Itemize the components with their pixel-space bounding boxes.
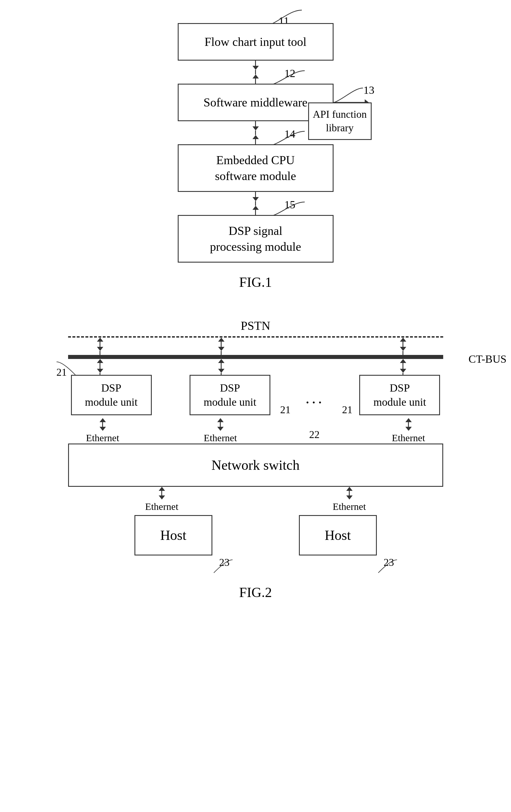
- fig1-label: FIG.1: [97, 274, 414, 290]
- ctbus-label: CT-BUS: [469, 353, 507, 365]
- embedded-cpu-label: Embedded CPU software module: [215, 152, 296, 184]
- eth-label-4: Ethernet: [145, 501, 178, 512]
- arrowdown-pstn-dsp1: [97, 347, 103, 351]
- arrow-up-2: [253, 135, 259, 139]
- label-12: 12: [284, 67, 295, 80]
- dsp-unit-3-box: DSP module unit: [359, 375, 440, 415]
- middleware-row: 12 Software middleware 13 API functi: [126, 84, 386, 121]
- host-unit-1: Host 23: [135, 515, 212, 555]
- eth-5-area: Ethernet: [320, 487, 378, 512]
- pstn-dsp2-conn: [218, 338, 225, 356]
- dsp-units-area: 21 DSP module unit 21 DSP module unit: [68, 359, 443, 415]
- embedded-cpu-row: 14 Embedded CPU software module: [126, 144, 386, 192]
- label-22: 22: [309, 418, 320, 443]
- vline2-top: [255, 121, 256, 126]
- dots-separator: ···: [306, 379, 324, 411]
- ctbus-line: [68, 355, 443, 359]
- fig1-container: 11 Flow chart input tool: [97, 23, 414, 290]
- conn-1-2: [126, 61, 386, 84]
- page: 11 Flow chart input tool: [0, 0, 511, 812]
- arrowup-eth5: [346, 487, 352, 491]
- flow-chart-label: Flow chart input tool: [205, 34, 306, 50]
- dsp-unit-1-box: DSP module unit: [71, 375, 152, 415]
- network-switch-row: Network switch: [68, 443, 443, 487]
- vline2-spacer: [255, 130, 256, 135]
- fig1-diagram: 11 Flow chart input tool: [126, 23, 386, 263]
- eth-label-3: Ethernet: [392, 433, 425, 443]
- dsp-unit-3: 21 DSP module unit: [356, 375, 443, 415]
- label-13: 13: [364, 84, 374, 96]
- vline2-bottom: [255, 139, 256, 144]
- eth-3-area: Ethernet: [380, 418, 437, 443]
- api-box: API function library: [308, 103, 372, 140]
- dsp-unit-2-label: DSP module unit: [204, 381, 256, 409]
- eth-label-1: Ethernet: [86, 433, 119, 443]
- arrowdown-eth1: [100, 427, 106, 431]
- arrow-up-3: [253, 206, 259, 210]
- pstn-dsp1-conn: [97, 338, 103, 356]
- host-box-1: Host: [135, 515, 212, 555]
- host-label-2: Host: [324, 526, 351, 544]
- arrowdown-eth2: [217, 427, 224, 431]
- label-14: 14: [284, 127, 295, 140]
- vline-spacer: [255, 70, 256, 74]
- host-row: Host 23 Host 23: [68, 515, 443, 555]
- dsp-unit-1: 21 DSP module unit: [68, 375, 155, 415]
- arrow-down-2: [253, 126, 259, 130]
- fig2-label: FIG.2: [25, 584, 486, 600]
- vline-top: [255, 61, 256, 66]
- arrowup-pstn-dsp3: [400, 338, 406, 342]
- dsp-unit-2-box: DSP module unit: [190, 375, 271, 415]
- pstn-dsp3-conn: [400, 338, 406, 356]
- software-middleware-label: Software middleware: [203, 95, 307, 111]
- host-label-1: Host: [160, 526, 187, 544]
- eth-label-2: Ethernet: [204, 433, 237, 443]
- fig2-container: PSTN: [25, 319, 486, 600]
- arrowdown-pstn-dsp3: [400, 347, 406, 351]
- arrow-down-3: [253, 197, 259, 201]
- arrowup-eth1: [100, 418, 106, 422]
- arrowdown-pstn-dsp2: [218, 347, 225, 351]
- eth-4-area: Ethernet: [133, 487, 191, 512]
- vline-bottom: [255, 79, 256, 84]
- ethernet-labels-row-1: Ethernet Ethernet 22 Ethernet: [68, 418, 443, 443]
- pstn-label: PSTN: [68, 319, 443, 333]
- dsp-signal-box: DSP signal processing module: [178, 215, 334, 263]
- dsp-signal-label: DSP signal processing module: [210, 223, 301, 255]
- arrowup-eth3: [405, 418, 412, 422]
- arrowdown-eth5: [346, 495, 352, 499]
- arrow-up-1: [253, 75, 259, 79]
- flow-chart-row: 11 Flow chart input tool: [126, 23, 386, 61]
- arrowup-pstn-dsp1: [97, 338, 103, 342]
- vline3-spacer: [255, 201, 256, 205]
- arrowdown-eth4: [159, 495, 165, 499]
- dsp-unit-2: 21 DSP module unit: [187, 375, 273, 415]
- arrow-down-1: [253, 66, 259, 70]
- conn-3-4: [126, 192, 386, 215]
- api-label: API function library: [313, 108, 367, 135]
- dsp-signal-row: 15 DSP signal processing module: [126, 215, 386, 263]
- dsp-units-row: 21 DSP module unit 21 DSP module unit: [68, 359, 443, 415]
- label-15: 15: [284, 198, 295, 211]
- eth-label-5: Ethernet: [333, 501, 366, 512]
- ctbus-area: CT-BUS: [68, 355, 443, 359]
- eth-2-area: Ethernet: [192, 418, 249, 443]
- arrowup-eth2: [217, 418, 224, 422]
- label-22-text: 22: [309, 429, 320, 441]
- arrowup-eth4: [159, 487, 165, 491]
- network-switch-label: Network switch: [211, 456, 300, 474]
- dsp-unit-3-label: DSP module unit: [373, 381, 426, 409]
- fig2-diagram: PSTN: [32, 319, 479, 555]
- pstn-dashed-line: [68, 336, 443, 338]
- network-switch-box: Network switch: [68, 443, 443, 487]
- host-unit-2: Host 23: [299, 515, 377, 555]
- arrowdown-eth3: [405, 427, 412, 431]
- label-21b: 21: [280, 404, 290, 416]
- ethernet-labels-row-2: Ethernet Ethernet: [68, 487, 443, 512]
- host-box-2: Host: [299, 515, 377, 555]
- label-21c: 21: [342, 404, 352, 416]
- embedded-cpu-box: Embedded CPU software module: [178, 144, 334, 192]
- arrowup-pstn-dsp2: [218, 338, 225, 342]
- vline3-top: [255, 192, 256, 197]
- flow-chart-box: Flow chart input tool: [178, 23, 334, 61]
